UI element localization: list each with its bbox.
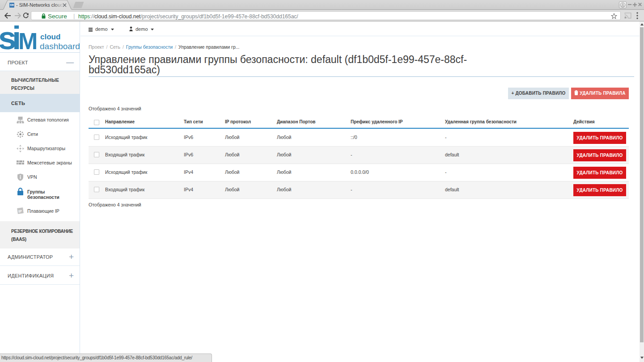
svg-text:M: M — [18, 28, 38, 53]
svg-text:cloud: cloud — [40, 33, 60, 41]
svg-text:dashboard: dashboard — [40, 42, 80, 51]
